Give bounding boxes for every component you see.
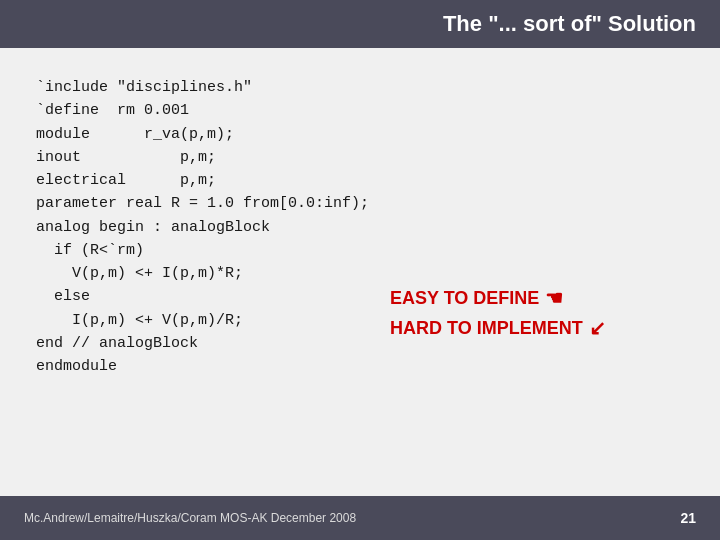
content-area: `include "disciplines.h" `define rm 0.00… [0, 48, 720, 496]
slide-title: The "... sort of" Solution [443, 11, 696, 37]
easy-arrow-icon: ☚ [545, 286, 563, 310]
easy-label: EASY TO DEFINE [390, 288, 539, 309]
easy-annotation: EASY TO DEFINE ☚ [390, 286, 563, 310]
header-bar: The "... sort of" Solution [0, 0, 720, 48]
footer-credit: Mc.Andrew/Lemaitre/Huszka/Coram MOS-AK D… [24, 511, 356, 525]
hard-label: HARD TO IMPLEMENT [390, 318, 583, 339]
slide: The "... sort of" Solution `include "dis… [0, 0, 720, 540]
hard-annotation: HARD TO IMPLEMENT ↙ [390, 316, 606, 340]
footer: Mc.Andrew/Lemaitre/Huszka/Coram MOS-AK D… [0, 496, 720, 540]
footer-page-number: 21 [680, 510, 696, 526]
hard-arrow-icon: ↙ [589, 316, 606, 340]
